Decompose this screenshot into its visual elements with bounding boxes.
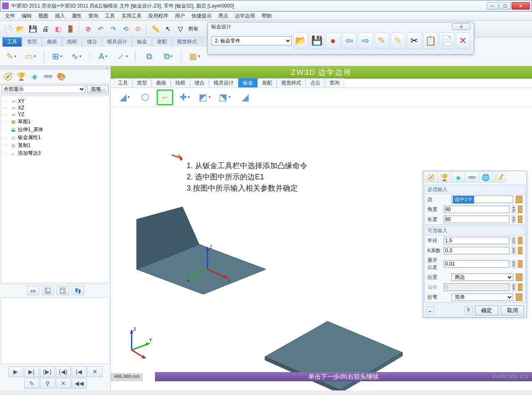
tool3-button[interactable]: ⚲ xyxy=(40,378,55,389)
ribbon-tab-heal[interactable]: 缝合 xyxy=(82,37,102,47)
fast-fwd-button[interactable]: (▶) xyxy=(40,366,55,377)
k-input[interactable] xyxy=(444,247,510,254)
vp-tab-sheetmetal[interactable]: 钣金 xyxy=(238,78,257,87)
vp-tab-assembly[interactable]: 装配 xyxy=(257,78,277,87)
ft-open-icon[interactable]: 📂 xyxy=(293,32,308,49)
delete-icon[interactable]: ⊘ xyxy=(82,24,93,35)
dimension-icon[interactable]: ⟋▼ xyxy=(115,49,130,64)
tree-item-bend3[interactable]: ⋯⌐添加弯边3 xyxy=(2,149,108,157)
step-fwd-button[interactable]: ▶| xyxy=(24,366,39,377)
unfold-side-button[interactable] xyxy=(518,260,522,268)
menu-view[interactable]: 视图 xyxy=(35,12,52,20)
ribbon-tab-tools[interactable]: 工具 xyxy=(2,37,22,47)
radius-input[interactable] xyxy=(444,237,510,244)
cancel-button[interactable]: 取消 xyxy=(501,306,524,316)
ft-prev-icon[interactable]: ⇦ xyxy=(342,32,357,49)
save-icon[interactable]: 💾 xyxy=(27,24,38,35)
appearance-icon[interactable]: 🎨 xyxy=(55,71,67,82)
tree-item-extrude1[interactable]: ⋯⬓拉伸1_基体 xyxy=(2,126,108,134)
fast-rew-button[interactable]: (◀) xyxy=(56,366,71,377)
edge-input[interactable]: 选中1个 xyxy=(452,196,513,203)
mid-icon-3[interactable]: ⿹ xyxy=(57,286,69,295)
radius-side-button[interactable] xyxy=(518,237,522,244)
tool2-button[interactable]: ✎ xyxy=(24,378,39,389)
position-side-button[interactable] xyxy=(516,273,522,281)
float-toolbar-close[interactable] xyxy=(452,23,470,30)
tree-item-sketch1[interactable]: ⋯▦草图1 xyxy=(2,118,108,126)
flange-parameter-panel[interactable]: 🧭 🏆 ◈ 👓 🌐 📝 必选输入 边 选中1个 角度 ▲▼ 长度 ▲▼ 可选输入… xyxy=(423,171,527,318)
ft-cut-icon[interactable]: ✂ xyxy=(407,32,422,49)
datum-icon[interactable]: ▭▼ xyxy=(23,49,38,64)
view-icon[interactable]: 👓 xyxy=(42,71,54,82)
vp-tab-tools[interactable]: 工具 xyxy=(113,78,132,87)
open-icon[interactable]: 📂 xyxy=(15,24,26,35)
tool4-button[interactable]: ✕ xyxy=(56,378,71,389)
sheetmetal-part-select[interactable]: 2. 钣金零件 xyxy=(211,36,292,45)
sm-tab-icon[interactable]: ◢▼ xyxy=(117,89,133,105)
ft-save-icon[interactable]: 💾 xyxy=(310,32,324,49)
menu-attr[interactable]: 属性 xyxy=(68,12,85,20)
vp-tab-wireframe[interactable]: 线框 xyxy=(171,78,190,87)
ribbon-tab-wireframe[interactable]: 线框 xyxy=(62,37,82,47)
length-spin-down[interactable]: ▼ xyxy=(512,219,516,223)
layer-icon[interactable]: ◈ xyxy=(28,71,41,82)
mid-icon-2[interactable]: ⿺ xyxy=(42,286,54,295)
sm-bend-icon[interactable]: ⬔▼ xyxy=(217,89,233,105)
mid-icon-1[interactable]: ▭ xyxy=(27,286,39,295)
eraser-icon[interactable]: ◧ xyxy=(52,24,63,35)
pp-layer-icon[interactable]: ◈ xyxy=(452,172,465,183)
tree-item-xz[interactable]: ⋯▱XZ xyxy=(2,104,108,111)
tool1-button[interactable]: ✕ xyxy=(87,366,102,377)
minimize-button[interactable] xyxy=(487,2,498,10)
sm-cut-icon[interactable]: ◩▼ xyxy=(197,89,213,105)
print-icon[interactable]: 🖨 xyxy=(40,24,51,35)
feature-tree[interactable]: ⋯▱XY ⋯▱XZ ⋯▱YZ ⋯▦草图1 ⋯⬓拉伸1_基体 ⋯◇钣金属性1 ⋯⎘… xyxy=(1,96,110,283)
undo-icon[interactable]: ↶ xyxy=(95,24,106,35)
ribbon-tab-visual[interactable]: 视觉样式 xyxy=(172,37,202,47)
cursor-icon[interactable]: ↖ xyxy=(162,24,173,35)
sm-flange-icon[interactable]: ⌐ xyxy=(157,89,173,105)
new-icon[interactable]: 📄 xyxy=(2,24,13,35)
play-button[interactable]: ▶ xyxy=(8,366,23,377)
menu-highlight[interactable]: 亮点 xyxy=(215,12,232,20)
menu-query[interactable]: 查询 xyxy=(85,12,102,20)
tutorial-next-bar[interactable]: 单击下一步/向右箭头继续 xyxy=(155,372,532,381)
tree-item-copy1[interactable]: ⋯⎘复制1 xyxy=(2,142,108,149)
curve-icon[interactable]: ∿▼ xyxy=(69,49,84,64)
vp-tab-heal[interactable]: 缝合 xyxy=(190,78,209,87)
exit-icon[interactable]: 🚪 xyxy=(65,24,76,35)
ribbon-tab-sheetmetal[interactable]: 钣金 xyxy=(132,37,152,47)
ft-edit-icon[interactable]: ✎ xyxy=(375,32,389,49)
close-button[interactable] xyxy=(512,2,530,10)
angle-input[interactable] xyxy=(444,206,510,213)
angle-spin-up[interactable]: ▲ xyxy=(512,206,516,209)
pattern-icon[interactable]: ⧉▼ xyxy=(161,49,176,64)
tree-options-button[interactable]: 选项... xyxy=(87,85,109,93)
ribbon-tab-shape[interactable]: 造型 xyxy=(22,37,42,47)
vp-tab-surface[interactable]: 曲面 xyxy=(152,78,171,87)
sm-unfold-icon[interactable]: ✚▼ xyxy=(177,89,193,105)
angle-spin-down[interactable]: ▼ xyxy=(512,209,516,213)
ft-record-icon[interactable]: ● xyxy=(326,32,340,49)
length-side-button[interactable] xyxy=(518,216,522,223)
position-select[interactable]: 两边 xyxy=(452,273,513,281)
length-input[interactable] xyxy=(444,216,510,223)
angle-side-button[interactable] xyxy=(518,206,522,213)
offset-side-button[interactable] xyxy=(518,283,522,291)
ribbon-tab-assembly[interactable]: 装配 xyxy=(152,37,172,47)
menu-user[interactable]: 用户 xyxy=(172,12,188,20)
bend-side-button[interactable] xyxy=(516,293,522,301)
refresh-icon[interactable]: ⟲ xyxy=(120,24,131,35)
ok-button[interactable]: 确定 xyxy=(475,306,498,316)
step-back-button[interactable]: |◀ xyxy=(72,366,87,377)
sm-box-icon[interactable]: ⬡ xyxy=(137,89,153,105)
help-icon[interactable]: ? xyxy=(464,306,472,315)
vp-tab-visual[interactable]: 视觉样式 xyxy=(277,78,306,87)
ft-next-icon[interactable]: ⇨ xyxy=(358,32,373,49)
menu-insert[interactable]: 插入 xyxy=(52,12,68,20)
grid-icon[interactable]: ⊞▼ xyxy=(50,49,65,64)
ribbon-tab-surface[interactable]: 曲面 xyxy=(42,37,62,47)
tree-filter-select[interactable]: 全部显示 xyxy=(2,85,85,93)
ft-highlight-icon[interactable]: ✎ xyxy=(391,32,405,49)
rewind-button[interactable]: ◀◀ xyxy=(72,378,87,389)
